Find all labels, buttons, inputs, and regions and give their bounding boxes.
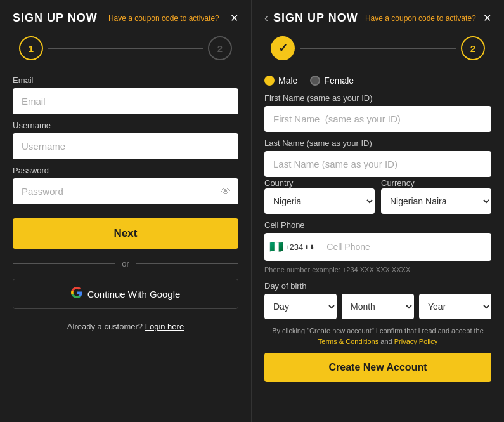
already-text: Already a customer? — [67, 322, 143, 331]
right-coupon-text[interactable]: Have a coupon code to activate? — [365, 14, 476, 23]
left-coupon-text[interactable]: Have a coupon code to activate? — [108, 14, 219, 23]
dob-row: Day Month Year — [264, 294, 491, 319]
day-select[interactable]: Day — [264, 294, 337, 319]
or-line-right — [136, 263, 238, 264]
last-name-label: Last Name (same as your ID) — [264, 138, 491, 148]
right-step-line — [300, 48, 456, 49]
male-option[interactable]: Male — [264, 76, 297, 86]
google-label: Continue With Google — [87, 289, 181, 300]
left-header: SIGN UP NOW Have a coupon code to activa… — [13, 11, 238, 25]
left-step-line — [48, 48, 203, 49]
country-currency-row: Country Nigeria Currency Nigerian Naira — [264, 177, 491, 214]
gender-row: Male Female — [264, 76, 491, 86]
cell-phone-label: Cell Phone — [264, 220, 491, 230]
right-header-left: ‹ SIGN UP NOW — [264, 11, 358, 25]
email-label: Email — [13, 76, 238, 85]
right-close-button[interactable]: ✕ — [483, 12, 491, 24]
phone-example: Phone number example: +234 XXX XXX XXXX — [264, 263, 491, 275]
terms-conditions-link[interactable]: Terms & Conditions — [318, 338, 378, 345]
left-stepper: 1 2 — [13, 36, 238, 60]
country-col: Country Nigeria — [264, 177, 375, 214]
male-label: Male — [278, 76, 297, 86]
or-divider: or — [13, 259, 238, 268]
right-title: SIGN UP NOW — [273, 11, 358, 25]
create-account-button[interactable]: Create New Account — [264, 353, 491, 382]
dob-label: Day of birth — [264, 281, 491, 291]
password-input[interactable] — [13, 178, 238, 204]
google-button[interactable]: Continue With Google — [13, 279, 238, 309]
day-col: Day — [264, 294, 337, 319]
username-input[interactable] — [13, 133, 238, 159]
female-radio[interactable] — [310, 76, 320, 86]
password-label: Password — [13, 166, 238, 175]
left-step1-circle: 1 — [19, 36, 43, 60]
or-text: or — [122, 259, 129, 268]
right-step1-circle: ✓ — [271, 36, 295, 60]
month-select[interactable]: Month — [342, 294, 414, 319]
phone-row: 🇳🇬 +234 ⬆⬇ — [264, 233, 491, 261]
username-label: Username — [13, 121, 238, 130]
year-col: Year — [419, 294, 491, 319]
back-arrow-icon[interactable]: ‹ — [264, 11, 268, 25]
left-step2-circle: 2 — [208, 36, 232, 60]
first-name-label: First Name (same as your ID) — [264, 93, 491, 103]
left-panel: SIGN UP NOW Have a coupon code to activa… — [0, 0, 252, 422]
terms-line1: By clicking "Create new account" I confi… — [272, 327, 484, 334]
currency-col: Currency Nigerian Naira — [381, 177, 491, 214]
phone-code-arrow: ⬆⬇ — [304, 244, 314, 251]
male-radio[interactable] — [264, 76, 275, 86]
phone-code: +234 — [285, 242, 303, 252]
country-select[interactable]: Nigeria — [264, 188, 375, 214]
or-line-left — [13, 263, 115, 264]
login-link[interactable]: Login here — [145, 322, 184, 331]
terms-and: and — [380, 338, 392, 345]
month-col: Month — [342, 294, 414, 319]
password-wrapper: 👁 — [13, 178, 238, 204]
email-input[interactable] — [13, 88, 238, 114]
right-stepper: ✓ 2 — [264, 36, 491, 60]
google-icon — [71, 287, 82, 301]
left-title: SIGN UP NOW — [13, 11, 98, 25]
last-name-input[interactable] — [264, 151, 491, 177]
login-section: Already a customer? Login here — [13, 322, 238, 331]
currency-label: Currency — [381, 178, 415, 188]
next-button[interactable]: Next — [13, 218, 238, 249]
first-name-input[interactable] — [264, 106, 491, 132]
right-header: ‹ SIGN UP NOW Have a coupon code to acti… — [264, 11, 491, 25]
phone-flag[interactable]: 🇳🇬 +234 ⬆⬇ — [264, 233, 320, 261]
privacy-policy-link[interactable]: Privacy Policy — [394, 338, 437, 345]
female-label: Female — [324, 76, 354, 86]
right-step2-circle: 2 — [461, 36, 485, 60]
phone-input[interactable] — [320, 234, 491, 260]
country-label: Country — [264, 178, 294, 188]
terms-section: By clicking "Create new account" I confi… — [264, 326, 491, 346]
female-option[interactable]: Female — [310, 76, 354, 86]
eye-icon[interactable]: 👁 — [221, 186, 231, 197]
right-panel: ‹ SIGN UP NOW Have a coupon code to acti… — [252, 0, 504, 422]
year-select[interactable]: Year — [419, 294, 491, 319]
currency-select[interactable]: Nigerian Naira — [381, 188, 491, 214]
checkmark-icon: ✓ — [278, 41, 288, 55]
left-close-button[interactable]: ✕ — [230, 12, 238, 24]
nigeria-flag-icon: 🇳🇬 — [269, 240, 283, 254]
